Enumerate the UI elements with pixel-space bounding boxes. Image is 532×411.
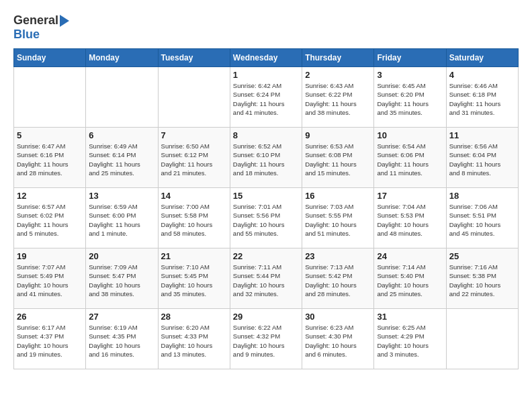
day-number: 31 <box>377 312 443 322</box>
day-number: 22 <box>233 251 299 261</box>
day-cell-4: 4Sunrise: 6:46 AM Sunset: 6:18 PM Daylig… <box>446 67 518 128</box>
logo-arrow-icon <box>60 15 69 27</box>
header-row: SundayMondayTuesdayWednesdayThursdayFrid… <box>14 49 519 67</box>
day-info: Sunrise: 6:46 AM Sunset: 6:18 PM Dayligh… <box>449 81 515 117</box>
day-cell-21: 21Sunrise: 7:10 AM Sunset: 5:45 PM Dayli… <box>158 248 230 309</box>
day-number: 12 <box>17 191 83 201</box>
day-info: Sunrise: 7:11 AM Sunset: 5:44 PM Dayligh… <box>233 263 299 298</box>
day-cell-26: 26Sunrise: 6:17 AM Sunset: 4:37 PM Dayli… <box>14 309 86 369</box>
day-cell-12: 12Sunrise: 6:57 AM Sunset: 6:02 PM Dayli… <box>14 188 86 248</box>
day-info: Sunrise: 7:16 AM Sunset: 5:38 PM Dayligh… <box>449 263 515 298</box>
day-cell-19: 19Sunrise: 7:07 AM Sunset: 5:49 PM Dayli… <box>14 248 86 309</box>
day-number: 2 <box>305 70 371 80</box>
logo-blue-text: Blue <box>13 28 40 41</box>
day-number: 10 <box>377 130 443 140</box>
week-row-2: 5Sunrise: 6:47 AM Sunset: 6:16 PM Daylig… <box>14 128 519 188</box>
day-number: 24 <box>377 251 443 261</box>
day-number: 17 <box>377 191 443 201</box>
day-info: Sunrise: 6:17 AM Sunset: 4:37 PM Dayligh… <box>17 323 83 359</box>
page-header: General Blue <box>13 13 519 42</box>
day-number: 4 <box>449 70 515 80</box>
day-info: Sunrise: 6:23 AM Sunset: 4:30 PM Dayligh… <box>305 323 371 359</box>
day-cell-6: 6Sunrise: 6:49 AM Sunset: 6:14 PM Daylig… <box>86 128 158 188</box>
day-number: 16 <box>305 191 371 201</box>
day-cell-25: 25Sunrise: 7:16 AM Sunset: 5:38 PM Dayli… <box>446 248 518 309</box>
day-cell-1: 1Sunrise: 6:42 AM Sunset: 6:24 PM Daylig… <box>230 67 302 128</box>
day-cell-14: 14Sunrise: 7:00 AM Sunset: 5:58 PM Dayli… <box>158 188 230 248</box>
day-number: 19 <box>17 251 83 261</box>
empty-cell <box>14 67 86 128</box>
day-number: 11 <box>449 130 515 140</box>
day-cell-17: 17Sunrise: 7:04 AM Sunset: 5:53 PM Dayli… <box>374 188 446 248</box>
day-cell-23: 23Sunrise: 7:13 AM Sunset: 5:42 PM Dayli… <box>302 248 374 309</box>
day-info: Sunrise: 7:10 AM Sunset: 5:45 PM Dayligh… <box>161 263 227 298</box>
day-info: Sunrise: 7:07 AM Sunset: 5:49 PM Dayligh… <box>17 263 83 298</box>
day-info: Sunrise: 6:19 AM Sunset: 4:35 PM Dayligh… <box>89 323 154 359</box>
day-info: Sunrise: 7:04 AM Sunset: 5:53 PM Dayligh… <box>377 202 443 238</box>
day-cell-13: 13Sunrise: 6:59 AM Sunset: 6:00 PM Dayli… <box>86 188 158 248</box>
week-row-1: 1Sunrise: 6:42 AM Sunset: 6:24 PM Daylig… <box>14 67 519 128</box>
day-cell-2: 2Sunrise: 6:43 AM Sunset: 6:22 PM Daylig… <box>302 67 374 128</box>
day-info: Sunrise: 6:25 AM Sunset: 4:29 PM Dayligh… <box>377 323 443 359</box>
day-cell-11: 11Sunrise: 6:56 AM Sunset: 6:04 PM Dayli… <box>446 128 518 188</box>
day-info: Sunrise: 7:09 AM Sunset: 5:47 PM Dayligh… <box>89 263 154 298</box>
day-number: 13 <box>89 191 154 201</box>
week-row-4: 19Sunrise: 7:07 AM Sunset: 5:49 PM Dayli… <box>14 248 519 309</box>
day-info: Sunrise: 6:49 AM Sunset: 6:14 PM Dayligh… <box>89 142 154 177</box>
day-number: 21 <box>161 251 227 261</box>
day-cell-28: 28Sunrise: 6:20 AM Sunset: 4:33 PM Dayli… <box>158 309 230 369</box>
calendar-table: SundayMondayTuesdayWednesdayThursdayFrid… <box>13 48 519 369</box>
day-cell-31: 31Sunrise: 6:25 AM Sunset: 4:29 PM Dayli… <box>374 309 446 369</box>
day-info: Sunrise: 6:57 AM Sunset: 6:02 PM Dayligh… <box>17 202 83 238</box>
day-info: Sunrise: 7:06 AM Sunset: 5:51 PM Dayligh… <box>449 202 515 238</box>
day-info: Sunrise: 6:47 AM Sunset: 6:16 PM Dayligh… <box>17 142 83 177</box>
day-cell-3: 3Sunrise: 6:45 AM Sunset: 6:20 PM Daylig… <box>374 67 446 128</box>
day-number: 6 <box>89 130 154 140</box>
logo-general-text: General <box>13 13 58 28</box>
day-info: Sunrise: 6:52 AM Sunset: 6:10 PM Dayligh… <box>233 142 299 177</box>
day-info: Sunrise: 7:14 AM Sunset: 5:40 PM Dayligh… <box>377 263 443 298</box>
day-cell-7: 7Sunrise: 6:50 AM Sunset: 6:12 PM Daylig… <box>158 128 230 188</box>
day-number: 9 <box>305 130 371 140</box>
column-header-sunday: Sunday <box>14 49 86 67</box>
day-info: Sunrise: 7:01 AM Sunset: 5:56 PM Dayligh… <box>233 202 299 238</box>
day-number: 15 <box>233 191 299 201</box>
day-number: 3 <box>377 70 443 80</box>
day-info: Sunrise: 6:53 AM Sunset: 6:08 PM Dayligh… <box>305 142 371 177</box>
day-info: Sunrise: 6:22 AM Sunset: 4:32 PM Dayligh… <box>233 323 299 359</box>
column-header-thursday: Thursday <box>302 49 374 67</box>
day-cell-18: 18Sunrise: 7:06 AM Sunset: 5:51 PM Dayli… <box>446 188 518 248</box>
column-header-wednesday: Wednesday <box>230 49 302 67</box>
day-info: Sunrise: 6:50 AM Sunset: 6:12 PM Dayligh… <box>161 142 227 177</box>
day-number: 28 <box>161 312 227 322</box>
day-info: Sunrise: 6:45 AM Sunset: 6:20 PM Dayligh… <box>377 81 443 117</box>
day-info: Sunrise: 6:59 AM Sunset: 6:00 PM Dayligh… <box>89 202 154 238</box>
day-cell-15: 15Sunrise: 7:01 AM Sunset: 5:56 PM Dayli… <box>230 188 302 248</box>
day-number: 26 <box>17 312 83 322</box>
column-header-friday: Friday <box>374 49 446 67</box>
day-cell-24: 24Sunrise: 7:14 AM Sunset: 5:40 PM Dayli… <box>374 248 446 309</box>
day-number: 14 <box>161 191 227 201</box>
week-row-3: 12Sunrise: 6:57 AM Sunset: 6:02 PM Dayli… <box>14 188 519 248</box>
week-row-5: 26Sunrise: 6:17 AM Sunset: 4:37 PM Dayli… <box>14 309 519 369</box>
day-number: 7 <box>161 130 227 140</box>
day-cell-8: 8Sunrise: 6:52 AM Sunset: 6:10 PM Daylig… <box>230 128 302 188</box>
day-number: 23 <box>305 251 371 261</box>
day-info: Sunrise: 6:54 AM Sunset: 6:06 PM Dayligh… <box>377 142 443 177</box>
day-cell-20: 20Sunrise: 7:09 AM Sunset: 5:47 PM Dayli… <box>86 248 158 309</box>
day-cell-16: 16Sunrise: 7:03 AM Sunset: 5:55 PM Dayli… <box>302 188 374 248</box>
day-cell-30: 30Sunrise: 6:23 AM Sunset: 4:30 PM Dayli… <box>302 309 374 369</box>
empty-cell <box>446 309 518 369</box>
day-number: 8 <box>233 130 299 140</box>
day-info: Sunrise: 6:20 AM Sunset: 4:33 PM Dayligh… <box>161 323 227 359</box>
day-number: 18 <box>449 191 515 201</box>
day-cell-10: 10Sunrise: 6:54 AM Sunset: 6:06 PM Dayli… <box>374 128 446 188</box>
day-cell-29: 29Sunrise: 6:22 AM Sunset: 4:32 PM Dayli… <box>230 309 302 369</box>
logo: General Blue <box>13 13 69 42</box>
day-number: 30 <box>305 312 371 322</box>
day-number: 29 <box>233 312 299 322</box>
empty-cell <box>158 67 230 128</box>
day-info: Sunrise: 6:56 AM Sunset: 6:04 PM Dayligh… <box>449 142 515 177</box>
day-cell-5: 5Sunrise: 6:47 AM Sunset: 6:16 PM Daylig… <box>14 128 86 188</box>
day-info: Sunrise: 6:43 AM Sunset: 6:22 PM Dayligh… <box>305 81 371 117</box>
